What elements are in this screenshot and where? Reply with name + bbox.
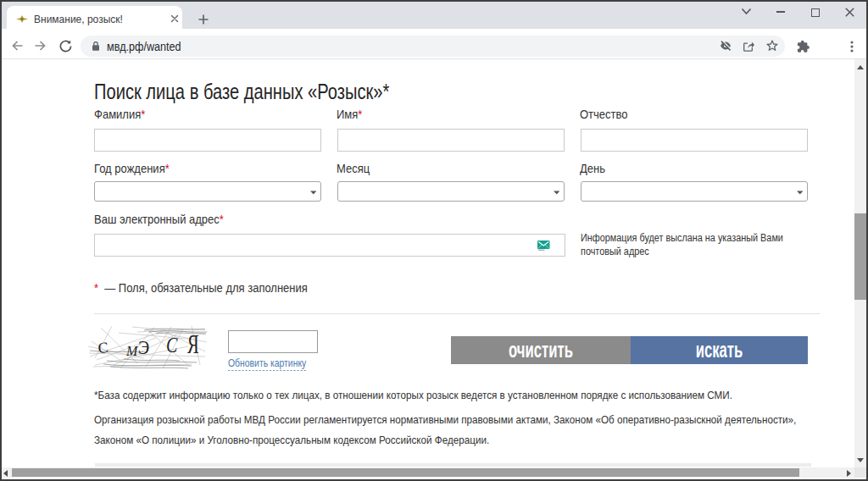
svg-text:Я: Я (187, 329, 199, 359)
svg-text:С: С (97, 339, 108, 357)
svg-text:Э: Э (138, 336, 149, 358)
svg-text:С: С (166, 332, 178, 357)
svg-text:М: М (125, 344, 139, 358)
